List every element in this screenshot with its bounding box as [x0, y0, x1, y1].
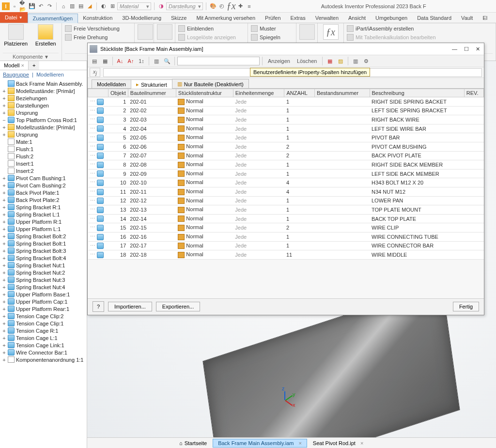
tree-node[interactable]: +Spring Bracket L:1 [0, 211, 87, 218]
tree-node[interactable]: +Tension Cage L:1 [0, 334, 87, 341]
ribbon-tab[interactable]: Skizze [166, 14, 191, 23]
tb-icon[interactable]: ▥ [152, 56, 161, 66]
ribbon-tab[interactable]: Zusammenfügen [28, 14, 78, 23]
tree-node[interactable]: +Tension Cage Clip:1 [0, 320, 87, 327]
free-rotate[interactable]: Freie Drehung [65, 33, 131, 42]
palette2-icon[interactable]: ◴ [218, 2, 226, 10]
tree-node[interactable]: Flush:2 [0, 153, 87, 160]
tree-node[interactable]: +Spring Bracket Nut:1 [0, 262, 87, 269]
tb-icon[interactable]: ▤ [90, 56, 99, 66]
tab-partsonly[interactable]: ▥Nur Bauteile (Deaktiviert) [172, 79, 249, 88]
create-button[interactable]: Erstellen [33, 24, 59, 46]
tree-node[interactable]: +Spring Bracket Bolt:2 [0, 232, 87, 240]
tree-node[interactable]: +Upper Platform Base:1 [0, 291, 87, 298]
dialog-titlebar[interactable]: Stückliste [Back Frame Main Assembly.iam… [88, 43, 484, 55]
ribbon-tab[interactable]: Konstruktion [78, 14, 117, 23]
ribbon-tab[interactable]: Extras [286, 14, 310, 23]
filter-input[interactable] [177, 57, 260, 65]
column-header[interactable]: Stücklistenstruktur [176, 89, 233, 97]
tree-node[interactable]: +Back Pivot Plate:2 [0, 196, 87, 203]
mirror-item[interactable]: Spiegeln [251, 33, 293, 42]
ribbon-tab[interactable]: Verwalten [310, 14, 343, 23]
tab-other-doc[interactable]: Seat Pivot Rod.ipt× [308, 439, 369, 447]
table-row[interactable]: ⋯ 7202-07 NormalJede2BACK PIVOT PLATE [88, 151, 484, 160]
ribbon-tab[interactable]: 3D-Modellierung [117, 14, 166, 23]
tree-node[interactable]: Insert:2 [0, 167, 87, 174]
fx-button[interactable]: ƒx [321, 24, 341, 41]
bom-button[interactable] [299, 24, 315, 41]
joint-button[interactable] [138, 24, 153, 41]
sheet2-icon[interactable]: ▤ [77, 2, 85, 10]
tree-node[interactable]: +Upper Platform R:1 [0, 218, 87, 225]
table-row[interactable]: ⋯ 6202-06 NormalJede2PIVOT CAM BUSHING [88, 142, 484, 151]
tree-node[interactable]: +Modellzustände: [Primär] [0, 124, 87, 131]
show-item[interactable]: Einblenden [178, 24, 245, 33]
tree-node[interactable]: +Beziehungen [0, 94, 87, 102]
maximize-icon[interactable]: ☐ [464, 46, 469, 52]
open-icon[interactable]: �📂 [19, 2, 27, 10]
tree-node[interactable]: Back Frame Main Assembly. [0, 80, 87, 87]
column-header[interactable]: Bauteilnummer [128, 89, 176, 97]
browser-subtabs[interactable]: Baugruppe | Modellieren [0, 70, 87, 79]
tab-active-doc[interactable]: Back Frame Main Assembly.iam× [213, 439, 307, 448]
table-row[interactable]: ⋯ 4202-04 NormalJede1LEFT SIDE WIRE BAR [88, 124, 484, 133]
tree-node[interactable]: +Darstellungen [0, 102, 87, 109]
tree-node[interactable]: +Tension Cage R:1 [0, 327, 87, 334]
close-icon[interactable]: × [360, 440, 363, 446]
spreadsheet-edit[interactable]: Mit Tabellenkalkulation bearbeiten [347, 33, 493, 42]
tree-node[interactable]: +Spring Bracket Nut:2 [0, 269, 87, 276]
tree-node[interactable]: +Spring Bracket Bolt:4 [0, 254, 87, 262]
bom-grid[interactable]: ObjektBauteilnummerStücklistenstrukturEi… [88, 89, 484, 260]
tree-node[interactable]: +Upper Platform Cap:1 [0, 298, 87, 305]
tree-node[interactable]: +Tension Cage Link:1 [0, 341, 87, 349]
table-row[interactable]: ⋯ 16202-16 NormalJede1WIRE CONNECTING TU… [88, 232, 484, 241]
ribbon-tab[interactable]: Prüfen [260, 14, 285, 23]
undo-icon[interactable]: ↶ [37, 2, 45, 10]
tree-node[interactable]: Insert:1 [0, 160, 87, 167]
table-row[interactable]: ⋯ 11202-11 NormalJede4N34 NUT M12 [88, 187, 484, 196]
ribbon-tab[interactable]: Ansicht [343, 14, 371, 23]
tree-node[interactable]: −Top Platform Cross Rod:1 [0, 116, 87, 124]
tree-node[interactable]: +Spring Bracket R:1 [0, 203, 87, 211]
export-button[interactable]: Exportieren... [156, 302, 200, 311]
fx-icon[interactable]: ƒx [227, 0, 236, 12]
minimize-icon[interactable]: — [452, 46, 457, 52]
more-icon[interactable]: ≡ [246, 2, 253, 10]
table-row[interactable]: ⋯ 8202-08 NormalJede1RIGHT SIDE BACK MEM… [88, 160, 484, 170]
tree-node[interactable]: +Pivot Cam Bushing:2 [0, 182, 87, 189]
close-icon[interactable]: × [298, 440, 301, 446]
new-icon[interactable]: ▫ [11, 2, 18, 10]
column-header[interactable]: Objekt [108, 89, 128, 97]
save-icon[interactable]: 💾 [28, 2, 36, 10]
sort-asc-icon[interactable]: A↓ [115, 56, 125, 66]
done-button[interactable]: Fertig [453, 302, 479, 311]
close-icon[interactable]: ✕ [476, 46, 480, 52]
free-move[interactable]: Freie Verschiebung [65, 24, 131, 33]
grid-icon[interactable]: ⊞ [108, 2, 116, 10]
import-button[interactable]: Importieren... [108, 302, 152, 311]
tree-node[interactable]: +Wire Connector Bar:1 [0, 349, 87, 356]
help-icon[interactable]: ? [93, 301, 104, 312]
tree-node[interactable]: +Modellzustände: [Primär] [0, 87, 87, 94]
appearance-combo[interactable]: Darstellung [166, 2, 203, 10]
plus-icon[interactable]: ✚ [237, 2, 245, 10]
redo-icon[interactable]: ↷ [46, 2, 53, 10]
tree-node[interactable]: +Back Pivot Plate:1 [0, 189, 87, 196]
highlight-icon[interactable]: ◢ [86, 2, 93, 10]
sphere-icon[interactable]: ◐ [100, 2, 108, 10]
table-row[interactable]: ⋯ 14202-14 NormalJede1BACK TOP PLATE [88, 214, 484, 223]
find-icon[interactable]: 🔍 [162, 56, 172, 66]
ipart-create[interactable]: iPart/iAssembly erstellen [347, 24, 493, 33]
table-row[interactable]: ⋯ 1202-01 NormalJede1RIGHT SIDE SPRING B… [88, 97, 484, 107]
clear-button[interactable]: Löschen [294, 58, 320, 64]
show-button[interactable]: Anzeigen [265, 58, 293, 64]
file-tab[interactable]: Datei ▼ [0, 12, 28, 23]
tree-node[interactable]: +Ursprung [0, 131, 87, 138]
sort-desc-icon[interactable]: A↑ [126, 56, 136, 66]
column-header[interactable]: Einheitenmenge [233, 89, 284, 97]
table-row[interactable]: ⋯ 18202-18 NormalJede11WIRE MIDDLE [88, 250, 484, 260]
tree-node[interactable]: +Tension Cage Clip:2 [0, 312, 87, 320]
material-combo[interactable]: Material [117, 2, 151, 10]
ribbon-tab[interactable]: Data Standard [412, 14, 456, 23]
tab-modeldata[interactable]: Modelldaten [92, 79, 131, 88]
